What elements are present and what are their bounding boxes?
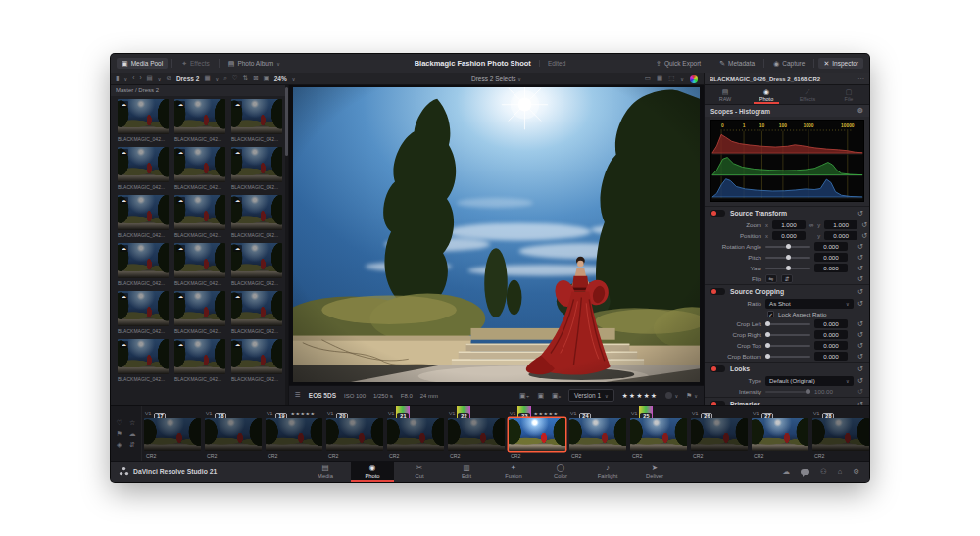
slider-handle[interactable] [786, 255, 791, 260]
reset-icon[interactable]: ↺ [858, 274, 863, 283]
slider-handle[interactable] [765, 343, 770, 348]
reset-icon[interactable]: ↺ [858, 264, 863, 272]
tag-filter-icon[interactable]: ◈ [117, 441, 122, 448]
filmstrip-item-28[interactable]: V128CR2 [811, 408, 869, 461]
scopes-settings-icon[interactable]: ⚙ [858, 107, 863, 115]
scopes-header[interactable]: Scopes - Histogram ⚙ [705, 105, 869, 117]
grid-view-icon[interactable]: ▦ [204, 75, 210, 82]
remove-still-icon[interactable]: ▣ₓ [552, 392, 561, 400]
filmstrip-item-20[interactable]: V120CR2 [325, 408, 384, 461]
single-view-icon[interactable]: ▭ [645, 75, 651, 82]
chevron-down-icon[interactable]: ∨ [158, 76, 162, 82]
slider-handle[interactable] [786, 266, 791, 270]
sort-filter-icon[interactable]: ⇵ [129, 441, 135, 448]
reset-icon[interactable]: ↺ [861, 231, 867, 240]
crop-left-slider[interactable] [765, 323, 810, 325]
clip-thumbnail[interactable] [266, 418, 322, 451]
zoom-level-dropdown[interactable]: 24% [274, 75, 287, 82]
page-tab-fairlight[interactable]: ♪Fairlight [586, 462, 629, 482]
clip-thumbnail[interactable] [569, 418, 626, 451]
rotation-angle-slider[interactable] [765, 246, 810, 248]
enable-toggle[interactable] [710, 210, 725, 217]
chevron-down-icon[interactable]: ∨ [680, 76, 684, 82]
back-icon[interactable]: ‹ [132, 75, 134, 82]
sidebar-thumbnail[interactable]: ☁BLACKMAGIC_042... [116, 99, 171, 145]
sidebar-thumbnail[interactable]: ☁BLACKMAGIC_042... [229, 195, 284, 241]
filmstrip-item-24[interactable]: V124CR2 [568, 408, 627, 461]
color-wheel-icon[interactable] [690, 75, 698, 83]
quick-export-button[interactable]: ⇪ Quick Export [651, 58, 706, 69]
clip-thumbnail[interactable] [387, 418, 444, 451]
home-icon[interactable]: ⌂ [838, 468, 843, 476]
chevron-down-icon[interactable]: ∨ [216, 76, 220, 82]
clip-thumbnail[interactable] [509, 418, 565, 451]
reset-icon[interactable]: ↺ [858, 387, 863, 396]
value-field[interactable]: 0.000 [814, 341, 848, 350]
sidebar-thumbnail[interactable]: ☁BLACKMAGIC_042... [229, 147, 284, 193]
image-overlay-icon[interactable]: ▣ [264, 75, 270, 82]
zoom-y-field[interactable]: 1.000 [824, 220, 858, 229]
reset-icon[interactable]: ↺ [858, 376, 863, 385]
effects-button[interactable]: ✦ Effects [176, 58, 215, 69]
reset-icon[interactable]: ↺ [858, 288, 863, 296]
value-field[interactable]: 0.000 [814, 264, 848, 272]
cloud-filter-icon[interactable]: ☁ [129, 430, 136, 437]
filmstrip-item-25[interactable]: V125CR2 [629, 408, 688, 461]
clip-thumbnail[interactable] [752, 418, 808, 451]
page-tab-edit[interactable]: ▥Edit [445, 462, 488, 482]
reset-icon[interactable]: ↺ [858, 341, 863, 350]
search-icon[interactable]: ⌕ [223, 75, 227, 82]
value-field[interactable]: 0.000 [814, 319, 848, 328]
media-pool-button[interactable]: ▣ Media Pool [117, 58, 168, 69]
zoom-x-field[interactable]: 1.000 [772, 220, 806, 229]
filmstrip-item-19[interactable]: V119★★★★★CR2 [265, 408, 323, 461]
filmstrip-item-27[interactable]: V127CR2 [751, 408, 809, 461]
page-tab-deliver[interactable]: ➤Deliver [633, 462, 676, 482]
sidebar-thumbnail[interactable]: ☁BLACKMAGIC_042... [172, 99, 227, 145]
metadata-button[interactable]: ✎ Metadata [714, 58, 760, 69]
link-icon[interactable]: ∞ [809, 222, 813, 228]
clip-thumbnail[interactable] [144, 418, 201, 451]
slider-handle[interactable] [765, 354, 770, 359]
capture-button[interactable]: ◉ Capture [768, 58, 809, 69]
clip-thumbnail[interactable] [448, 418, 505, 451]
reset-icon[interactable]: ↺ [858, 210, 863, 218]
fit-view-icon[interactable]: ⬚ [668, 75, 674, 82]
pitch-slider[interactable] [765, 257, 810, 259]
chevron-down-icon[interactable]: ∨ [124, 76, 128, 82]
sort-icon[interactable]: ⇅ [243, 75, 248, 82]
crop-right-slider[interactable] [765, 334, 810, 336]
page-tab-color[interactable]: ◯Color [539, 462, 582, 482]
clip-thumbnail[interactable] [205, 418, 262, 451]
filmstrip-item-21[interactable]: V121CR2 [386, 408, 445, 461]
collection-dropdown[interactable]: Dress 2 Selects ∨ [289, 75, 704, 82]
adjustments-icon[interactable]: ☰ [295, 392, 301, 399]
sidebar-thumbnail[interactable]: ☁BLACKMAGIC_042... [116, 195, 171, 241]
crop-top-slider[interactable] [765, 345, 810, 347]
reset-icon[interactable]: ↺ [858, 253, 863, 262]
page-tab-photo[interactable]: ◉Photo [351, 462, 394, 482]
sidebar-thumbnail[interactable]: ☁BLACKMAGIC_042... [116, 243, 171, 289]
looks-header[interactable]: Looks ↺ [705, 363, 869, 375]
clip-thumbnail[interactable] [630, 418, 687, 451]
filmstrip-item-26[interactable]: V126CR2 [690, 408, 749, 461]
reset-icon[interactable]: ↺ [858, 365, 863, 373]
sidebar-thumbnail[interactable]: ☁BLACKMAGIC_042... [116, 291, 171, 337]
clip-thumbnail[interactable] [691, 418, 748, 451]
sidebar-thumbnail[interactable]: ☁BLACKMAGIC_042... [229, 291, 284, 337]
position-y-field[interactable]: 0.000 [824, 231, 858, 240]
reset-icon[interactable]: ↺ [858, 319, 863, 328]
transform-icon[interactable]: ⊠ [253, 75, 258, 82]
overflow-menu-icon[interactable]: ⋯ [858, 75, 864, 83]
source-transform-header[interactable]: Source Transform ↺ [705, 207, 869, 219]
lock-aspect-checkbox[interactable]: ✓ [767, 311, 774, 317]
viewer-stage[interactable] [289, 85, 704, 385]
grab-still-icon[interactable]: ▣ [537, 392, 544, 400]
enable-toggle[interactable] [710, 288, 725, 295]
forward-icon[interactable]: › [139, 75, 141, 82]
filmstrip-item-23[interactable]: V123★★★★★CR2 [508, 408, 566, 461]
intensity-slider[interactable] [765, 391, 810, 393]
enable-toggle[interactable] [710, 401, 725, 405]
tab-effects[interactable]: ⟋Effects [791, 85, 824, 104]
add-still-icon[interactable]: ▣₊ [519, 392, 529, 400]
